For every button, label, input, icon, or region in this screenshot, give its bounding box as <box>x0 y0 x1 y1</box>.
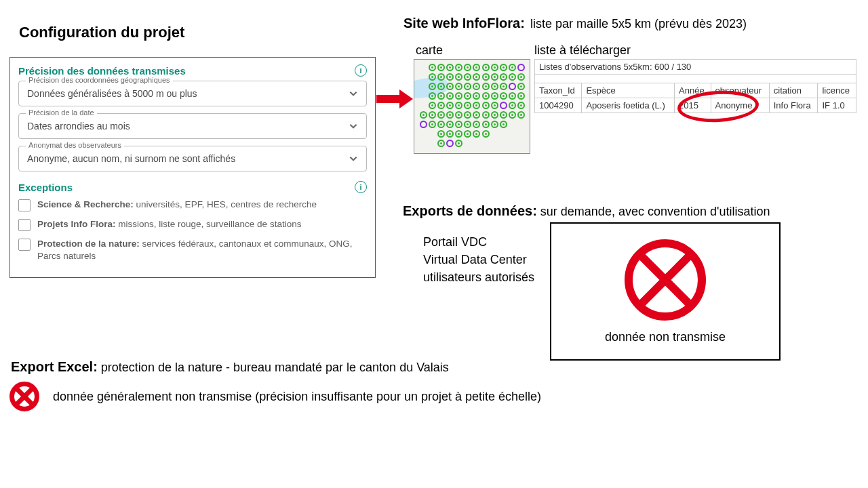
map-dot <box>500 111 507 119</box>
map-dot <box>517 83 525 90</box>
map-dot <box>500 73 507 81</box>
prohibited-icon <box>625 239 706 321</box>
map-dot <box>437 83 445 90</box>
chevron-down-icon <box>349 121 358 131</box>
map-dot <box>500 64 507 71</box>
map-dot <box>473 83 480 90</box>
excel-not-transmitted-row: donnée généralement non transmise (préci… <box>9 382 541 411</box>
page: Configuration du projet Précision des do… <box>0 0 868 488</box>
config-title: Configuration du projet <box>19 24 184 41</box>
map-dot <box>437 111 445 119</box>
map-dot <box>455 102 462 109</box>
map-dot <box>509 102 516 109</box>
svg-marker-1 <box>399 89 413 108</box>
map-dot <box>455 64 462 71</box>
map-dot <box>429 83 436 90</box>
map-dot <box>446 64 454 71</box>
vdc-line2: Virtual Data Center <box>423 251 534 268</box>
carte-label: carte <box>416 43 443 58</box>
cell-observ: Anonyme <box>711 98 769 113</box>
col-taxon: Taxon_Id <box>535 83 582 98</box>
list-count-cell: Listes d'observations 5x5km: 600 / 130 <box>535 60 856 75</box>
cell-citation: Info Flora <box>769 98 818 113</box>
svg-rect-0 <box>376 95 399 103</box>
map-dot <box>482 102 490 109</box>
anonymity-value: Anonyme, aucun nom, ni surnom ne sont af… <box>27 153 235 164</box>
date-precision-select[interactable]: Précision de la date Dates arrondies au … <box>18 113 367 139</box>
map-dot <box>491 92 498 100</box>
vdc-line1: Portail VDC <box>423 233 534 251</box>
map-dot <box>482 111 490 119</box>
map-dot <box>464 121 471 128</box>
map-dot <box>517 102 525 109</box>
map-dot <box>437 64 445 71</box>
map-dot <box>429 102 436 109</box>
map-dot <box>446 130 454 138</box>
not-transmitted-box: donnée non transmise <box>550 222 781 361</box>
map-dot <box>491 73 498 81</box>
checkbox-icon[interactable] <box>18 239 31 251</box>
col-citation: citation <box>769 83 818 98</box>
col-espece: Espèce <box>582 83 675 98</box>
table-header-row: Listes d'observations 5x5km: 600 / 130 <box>535 60 856 75</box>
exception-nature[interactable]: Protection de la nature: services fédéra… <box>18 238 367 262</box>
map-dot <box>517 73 525 81</box>
map-dot <box>500 92 507 100</box>
map-dot <box>446 140 454 147</box>
map-dot <box>500 83 507 90</box>
map-dot <box>517 111 525 119</box>
map-dot <box>429 73 436 81</box>
map-dot <box>464 73 471 81</box>
col-licence: licence <box>818 83 856 98</box>
map-dot <box>509 64 516 71</box>
exports-title: Exports de données: <box>403 203 537 218</box>
cell-espece: Aposeris foetida (L.) <box>582 98 675 113</box>
coord-precision-select[interactable]: Précision des coordonnées géographiques … <box>18 81 367 106</box>
map-dot <box>464 92 471 100</box>
table-columns-row: Taxon_Id Espèce Année observateur citati… <box>535 83 856 98</box>
site-web-line: Site web InfoFlora: liste par maille 5x5… <box>403 16 747 31</box>
map-dot <box>517 92 525 100</box>
map-dot <box>464 102 471 109</box>
map-dot <box>482 83 490 90</box>
exceptions-section-header: Exceptions i <box>18 181 367 193</box>
map-dot <box>491 102 498 109</box>
checkbox-icon[interactable] <box>18 199 31 211</box>
info-icon[interactable]: i <box>355 181 367 193</box>
map-dot <box>473 121 480 128</box>
map-dot <box>446 73 454 81</box>
map-dot <box>437 121 445 128</box>
exception-desc: missions, liste rouge, surveillance de s… <box>118 219 301 229</box>
config-panel: Précision des données transmises i Préci… <box>9 57 376 278</box>
map-dot <box>482 130 490 138</box>
section-title-precision: Précision des données transmises <box>18 65 186 77</box>
map-dot <box>491 83 498 90</box>
map-dot <box>517 64 525 71</box>
map-dot <box>464 130 471 138</box>
map-dot <box>437 102 445 109</box>
cell-taxon: 1004290 <box>535 98 582 113</box>
map-dot <box>464 64 471 71</box>
checkbox-icon[interactable] <box>18 219 31 231</box>
map-dot <box>455 111 462 119</box>
map-dot <box>509 83 516 90</box>
exception-label: Protection de la nature: <box>37 239 140 249</box>
map-dot <box>446 83 454 90</box>
map-dot <box>500 121 507 128</box>
exports-desc: sur demande, avec convention d'utilisati… <box>540 205 770 218</box>
map-dot <box>482 121 490 128</box>
map-dot <box>473 73 480 81</box>
col-annee: Année <box>675 83 711 98</box>
map-dot <box>464 111 471 119</box>
map-dot <box>429 92 436 100</box>
anonymity-select[interactable]: Anonymat des observateurs Anonyme, aucun… <box>18 146 367 171</box>
excel-not-transmitted-text: donnée généralement non transmise (préci… <box>53 390 541 404</box>
info-icon[interactable]: i <box>355 64 367 77</box>
map-dot <box>455 140 462 147</box>
excel-line: Export Excel: protection de la nature - … <box>11 359 449 375</box>
arrow-right-icon <box>376 88 413 110</box>
exception-infoflora[interactable]: Projets Info Flora: missions, liste roug… <box>18 218 367 231</box>
map-dot <box>420 121 427 128</box>
exception-science[interactable]: Science & Recherche: universités, EPF, H… <box>18 199 367 211</box>
map-dot <box>437 92 445 100</box>
